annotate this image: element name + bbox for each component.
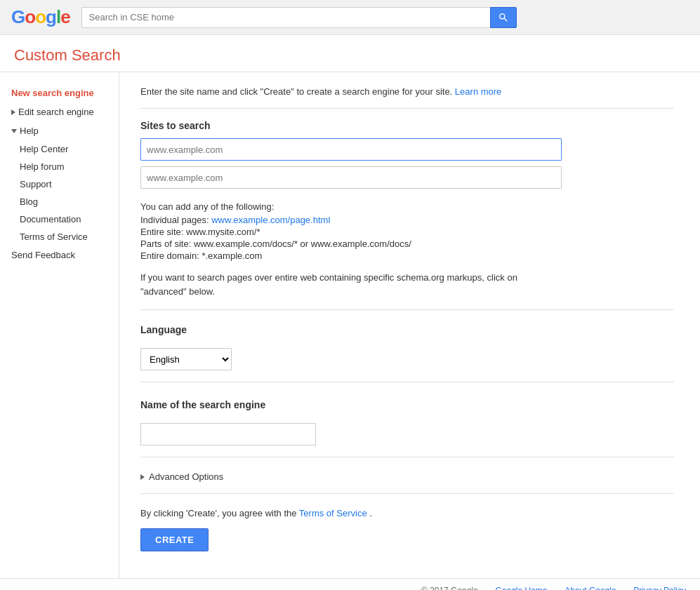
chevron-down-icon (11, 129, 17, 133)
logo-letter-o1: o (25, 6, 35, 28)
sidebar-item-help[interactable]: Help (0, 121, 119, 140)
page-title-bar: Custom Search (0, 35, 700, 72)
hint-domain: Entire domain: *.example.com (140, 250, 674, 261)
engine-name-input[interactable] (140, 423, 316, 445)
advanced-options-toggle[interactable]: Advanced Options (140, 471, 674, 482)
divider-4 (140, 457, 674, 457)
learn-more-link[interactable]: Learn more (455, 86, 501, 97)
footer-privacy-policy[interactable]: Privacy Policy (633, 586, 686, 590)
hint-individual-label: Individual pages: (140, 215, 209, 225)
divider-1 (140, 108, 674, 109)
sidebar-item-help-label: Help (20, 126, 39, 136)
hint-parts: Parts of site: www.example.com/docs/* or… (140, 239, 674, 249)
hint-individual: Individual pages: www.example.com/page.h… (140, 215, 674, 225)
logo-letter-g2: g (46, 6, 56, 28)
footer-copyright: © 2017 Google (421, 586, 478, 590)
sidebar-sub-documentation[interactable]: Documentation (0, 210, 119, 228)
sidebar-sub-blog[interactable]: Blog (0, 193, 119, 210)
logo-letter-e: e (60, 6, 70, 28)
engine-name-section: Name of the search engine (140, 399, 674, 445)
header: Google (0, 0, 700, 35)
hint-parts-label: Parts of site: (140, 239, 191, 249)
hint-domain-url: *.example.com (202, 250, 262, 261)
logo-letter-g: G (11, 6, 25, 28)
page-title: Custom Search (14, 46, 686, 65)
engine-name-label: Name of the search engine (140, 399, 674, 410)
sidebar-item-send-feedback[interactable]: Send Feedback (0, 246, 119, 264)
footer-sep-2: - (553, 586, 555, 590)
sidebar-sub-terms-of-service[interactable]: Terms of Service (0, 228, 119, 246)
language-section: Language English Spanish French German (140, 324, 674, 370)
divider-2 (140, 309, 674, 310)
footer-google-home[interactable]: Google Home (496, 586, 548, 590)
language-select[interactable]: English Spanish French German (140, 348, 232, 370)
footer-about-google[interactable]: About Google (564, 586, 616, 590)
site-input-1[interactable] (140, 138, 562, 161)
intro-text-content: Enter the site name and click "Create" t… (140, 86, 452, 97)
footer-sep-3: - (621, 586, 624, 590)
footer-sep-1: - (483, 586, 486, 590)
search-icon (498, 12, 509, 23)
hint-entire-label: Entire site: (140, 227, 183, 237)
content-area: Enter the site name and click "Create" t… (119, 72, 695, 578)
hint-entire-url: www.mysite.com/* (186, 227, 260, 237)
sidebar-sub-help-forum[interactable]: Help forum (0, 158, 119, 175)
divider-3 (140, 382, 674, 382)
tos-suffix: . (369, 508, 372, 518)
sites-label: Sites to search (140, 120, 674, 131)
hint-domain-label: Entire domain: (140, 250, 199, 261)
tos-prefix: By clicking 'Create', you agree with the (140, 508, 296, 518)
intro-text: Enter the site name and click "Create" t… (140, 86, 674, 97)
tos-text: By clicking 'Create', you agree with the… (140, 508, 674, 518)
sidebar-sub-help-center[interactable]: Help Center (0, 140, 119, 158)
schema-note: If you want to search pages over entire … (140, 271, 674, 298)
sidebar: New search engine Edit search engine Hel… (0, 72, 119, 578)
sidebar-sub-support[interactable]: Support (0, 175, 119, 193)
sidebar-item-edit-label: Edit search engine (18, 107, 94, 117)
site-input-2[interactable] (140, 166, 562, 189)
hint-parts-url: www.example.com/docs/* or www.example.co… (194, 239, 411, 249)
hint-entire: Entire site: www.mysite.com/* (140, 227, 674, 237)
sidebar-item-new-search-engine[interactable]: New search engine (0, 83, 119, 102)
hint-individual-link[interactable]: www.example.com/page.html (211, 215, 330, 225)
hint-header: You can add any of the following: (140, 201, 674, 212)
chevron-right-icon-advanced (140, 474, 145, 480)
main-layout: New search engine Edit search engine Hel… (0, 72, 700, 578)
footer: © 2017 Google - Google Home - About Goog… (0, 578, 700, 590)
language-label: Language (140, 324, 674, 335)
google-logo[interactable]: Google (11, 6, 70, 28)
tos-link[interactable]: Terms of Service (299, 508, 367, 518)
search-bar (81, 7, 517, 28)
search-button[interactable] (490, 7, 517, 28)
chevron-right-icon (11, 109, 15, 115)
create-button[interactable]: CREATE (140, 528, 209, 551)
sidebar-item-edit-search-engine[interactable]: Edit search engine (0, 102, 119, 121)
advanced-options-label: Advanced Options (149, 471, 223, 482)
logo-letter-o2: o (35, 6, 46, 28)
divider-5 (140, 493, 674, 494)
search-input[interactable] (81, 7, 490, 28)
